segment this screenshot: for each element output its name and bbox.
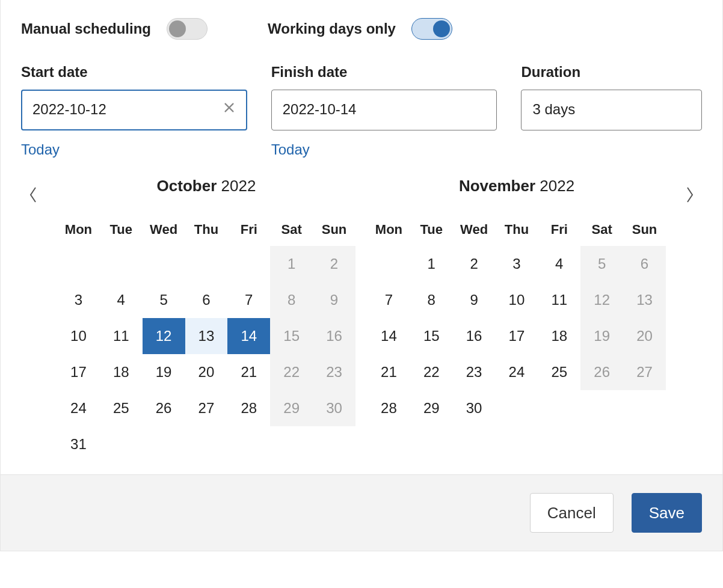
calendar-day[interactable]: 30	[313, 390, 355, 426]
calendar-month-right: November 2022 MonTueWedThuFriSatSun12345…	[368, 177, 666, 427]
calendar-day[interactable]: 3	[496, 246, 538, 282]
weekday-header: Fri	[538, 213, 580, 246]
calendar-day[interactable]: 9	[453, 282, 496, 318]
manual-scheduling-toggle[interactable]	[167, 18, 208, 40]
calendar-day[interactable]: 20	[185, 354, 228, 390]
month-year: 2022	[540, 177, 574, 195]
weekday-header: Wed	[143, 213, 185, 246]
manual-scheduling-label: Manual scheduling	[21, 20, 151, 38]
calendar-day[interactable]: 21	[368, 354, 410, 390]
calendar-day[interactable]: 15	[410, 318, 453, 354]
calendar-day[interactable]: 16	[313, 318, 355, 354]
working-days-toggle[interactable]	[411, 18, 452, 40]
save-button[interactable]: Save	[632, 493, 702, 533]
calendar-day[interactable]: 14	[368, 318, 410, 354]
start-date-label: Start date	[21, 64, 247, 81]
calendar-day[interactable]: 22	[410, 354, 453, 390]
calendar-day[interactable]: 13	[185, 318, 228, 354]
duration-input[interactable]: 3 days	[521, 90, 702, 130]
finish-date-input[interactable]: 2022-10-14	[271, 90, 497, 130]
calendar-day[interactable]: 18	[100, 354, 143, 390]
start-today-link[interactable]: Today	[21, 141, 247, 159]
calendar-day[interactable]: 11	[100, 318, 143, 354]
calendar-day[interactable]: 12	[580, 282, 623, 318]
month-name: November	[459, 177, 535, 195]
calendar-day[interactable]: 17	[496, 318, 538, 354]
weekday-header: Sun	[623, 213, 666, 246]
next-month-button[interactable]	[678, 177, 702, 213]
calendar-day[interactable]: 8	[410, 282, 453, 318]
calendar-day[interactable]: 3	[57, 282, 100, 318]
working-days-label: Working days only	[268, 20, 396, 38]
calendar-day[interactable]: 4	[100, 282, 143, 318]
calendar-day[interactable]: 22	[270, 354, 313, 390]
calendar-day[interactable]: 4	[538, 246, 580, 282]
weekday-header: Sun	[313, 213, 355, 246]
calendar-day[interactable]: 18	[538, 318, 580, 354]
calendar-day[interactable]: 27	[623, 354, 666, 390]
weekday-header: Tue	[410, 213, 453, 246]
calendar-day[interactable]: 24	[496, 354, 538, 390]
calendar-day[interactable]: 6	[185, 282, 228, 318]
calendar-day[interactable]: 2	[313, 246, 355, 282]
duration-value: 3 days	[532, 101, 575, 118]
calendar-day[interactable]: 21	[227, 354, 270, 390]
finish-date-field: Finish date 2022-10-14 Today	[271, 64, 497, 159]
prev-month-button[interactable]	[21, 177, 45, 213]
scheduling-dialog: Manual scheduling Working days only Star…	[0, 0, 723, 551]
calendar-day[interactable]: 12	[143, 318, 185, 354]
calendar-day[interactable]: 29	[270, 390, 313, 426]
calendar-day[interactable]: 11	[538, 282, 580, 318]
fields-row: Start date 2022-10-12 Today Finish date …	[21, 64, 702, 159]
calendar-day[interactable]: 25	[538, 354, 580, 390]
calendar-day[interactable]: 17	[57, 354, 100, 390]
calendar-day[interactable]: 26	[580, 354, 623, 390]
toggle-row: Manual scheduling Working days only	[21, 18, 702, 40]
clear-icon[interactable]	[223, 101, 236, 118]
calendar-day[interactable]: 7	[227, 282, 270, 318]
dialog-footer: Cancel Save	[1, 474, 722, 551]
calendar-day[interactable]: 13	[623, 282, 666, 318]
weekday-header: Mon	[368, 213, 410, 246]
calendar-day[interactable]: 15	[270, 318, 313, 354]
finish-today-link[interactable]: Today	[271, 141, 497, 159]
calendar-day[interactable]: 19	[143, 354, 185, 390]
weekday-header: Mon	[57, 213, 100, 246]
calendar-day[interactable]: 29	[410, 390, 453, 426]
calendar-day[interactable]: 24	[57, 390, 100, 426]
calendar-day[interactable]: 1	[270, 246, 313, 282]
weekday-header: Tue	[100, 213, 143, 246]
calendar-day[interactable]: 2	[453, 246, 496, 282]
calendar-day[interactable]: 28	[227, 390, 270, 426]
calendar-day[interactable]: 25	[100, 390, 143, 426]
calendar-day[interactable]: 16	[453, 318, 496, 354]
duration-field: Duration 3 days	[521, 64, 702, 159]
calendar-day[interactable]: 23	[313, 354, 355, 390]
month-name: October	[157, 177, 217, 195]
calendar-day[interactable]: 7	[368, 282, 410, 318]
weekday-header: Thu	[496, 213, 538, 246]
calendar-day[interactable]: 14	[227, 318, 270, 354]
calendar-day[interactable]: 10	[57, 318, 100, 354]
cancel-button[interactable]: Cancel	[530, 493, 614, 533]
calendar-day[interactable]: 5	[580, 246, 623, 282]
calendar-day[interactable]: 26	[143, 390, 185, 426]
calendar-day[interactable]: 10	[496, 282, 538, 318]
calendar-day[interactable]: 1	[410, 246, 453, 282]
finish-date-label: Finish date	[271, 64, 497, 81]
calendar-day[interactable]: 30	[453, 390, 496, 426]
calendar-day[interactable]: 8	[270, 282, 313, 318]
calendar-day[interactable]: 19	[580, 318, 623, 354]
calendar-area: October 2022 MonTueWedThuFriSatSun123456…	[21, 177, 702, 463]
weekday-header: Sat	[270, 213, 313, 246]
calendar-day[interactable]: 20	[623, 318, 666, 354]
calendar-day[interactable]: 6	[623, 246, 666, 282]
start-date-field: Start date 2022-10-12 Today	[21, 64, 247, 159]
calendar-day[interactable]: 23	[453, 354, 496, 390]
calendar-day[interactable]: 27	[185, 390, 228, 426]
calendar-day[interactable]: 28	[368, 390, 410, 426]
calendar-day[interactable]: 9	[313, 282, 355, 318]
calendar-day[interactable]: 5	[143, 282, 185, 318]
start-date-input[interactable]: 2022-10-12	[21, 90, 247, 130]
calendar-day[interactable]: 31	[57, 426, 100, 462]
